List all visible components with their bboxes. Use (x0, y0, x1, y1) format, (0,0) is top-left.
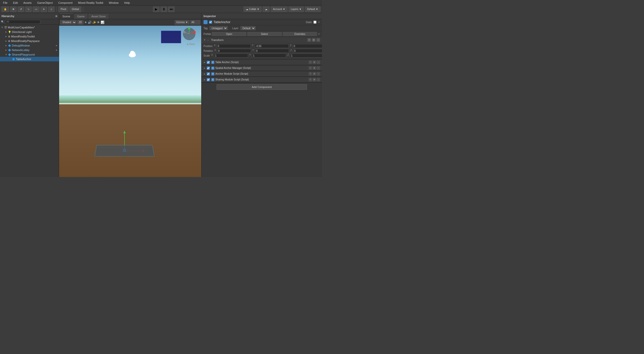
menu-help[interactable]: Help (123, 1, 131, 5)
transform-help-btn[interactable]: ? (307, 38, 311, 42)
sharing-module-script-header[interactable]: ► # Sharing Module Script (Script) ? ⚙ ⋮ (202, 77, 322, 82)
script0-active-checkbox[interactable] (207, 61, 210, 64)
pos-y-input[interactable] (255, 44, 289, 48)
custom-tool-btn[interactable]: ⊹ (48, 7, 55, 12)
script3-menu-btn[interactable]: ⋮ (317, 78, 320, 81)
tree-item-tableanchor[interactable]: 🔷 TableAnchor (0, 57, 59, 61)
script3-settings-btn[interactable]: ⚙ (313, 78, 316, 81)
hierarchy-search-input[interactable] (5, 20, 40, 24)
tree-item-mrtk[interactable]: ► ⚙ MixedRealityToolkit (0, 34, 59, 39)
rotation-label: Rotation (204, 50, 213, 52)
tree-item-sharedplayground[interactable]: ▼ 🔷 SharedPlayground (0, 52, 59, 57)
script1-menu-btn[interactable]: ⋮ (317, 66, 320, 70)
transform-settings-btn[interactable]: ⚙ (312, 38, 315, 42)
rot-x-input[interactable] (217, 49, 251, 53)
pos-z-input[interactable] (293, 44, 322, 48)
script0-help-btn[interactable]: ? (309, 61, 312, 64)
script1-active-checkbox[interactable] (207, 67, 210, 70)
gizmos-btn[interactable]: Gizmos ▼ (175, 20, 189, 25)
account-btn[interactable]: Account ▼ (271, 7, 288, 12)
2d-btn[interactable]: 2D (77, 20, 84, 25)
tree-item-mrplayspace[interactable]: ► ⚙ MixedRealityPlayspace (0, 39, 59, 43)
menu-mrtk[interactable]: Mixed Reality Toolkit (77, 1, 104, 5)
shading-select[interactable]: Shaded (60, 20, 76, 25)
tag-label: Tag (204, 27, 208, 30)
prefab-select-btn[interactable]: Select (247, 32, 282, 36)
script3-active-checkbox[interactable] (207, 78, 210, 81)
inspector-tag-row: Tag Untagged Layer Default (202, 25, 322, 31)
tree-item-multiusercapabilities[interactable]: ▼ 🎬 MultiUserCapabilities* (0, 25, 59, 30)
spatial-anchor-script-header[interactable]: ► # Spatial Anchor Manager (Script) ? ⚙ … (202, 65, 322, 71)
script2-active-checkbox[interactable] (207, 72, 210, 75)
cloud-btn[interactable]: ☁ (263, 7, 270, 12)
hand-tool-btn[interactable]: ✋ (2, 7, 9, 12)
tab-game[interactable]: Game (74, 13, 88, 19)
static-checkbox[interactable] (313, 21, 316, 24)
script2-help-btn[interactable]: ? (309, 72, 312, 75)
menu-gameobject[interactable]: GameObject (36, 1, 54, 5)
pause-btn[interactable]: ⏸ (160, 7, 167, 12)
script3-help-btn[interactable]: ? (309, 78, 312, 81)
main-layout: Hierarchy ≡ 🔍 ▼ 🎬 MultiUserCapabilities*… (0, 13, 322, 177)
add-component-btn[interactable]: Add Component (217, 84, 307, 90)
move-tool-btn[interactable]: ✥ (10, 7, 17, 12)
rect-tool-btn[interactable]: ▭ (33, 7, 39, 12)
static-dropdown-icon[interactable]: ▼ (318, 21, 320, 23)
global-btn[interactable]: Global (69, 7, 81, 12)
tag-select[interactable]: Untagged (210, 26, 228, 30)
transform-menu-btn[interactable]: ⋮ (316, 38, 320, 42)
rotate-tool-btn[interactable]: ↺ (18, 7, 24, 12)
layer-select[interactable]: Default (240, 26, 256, 30)
step-btn[interactable]: ⏭ (168, 7, 175, 12)
anchor-module-script-header[interactable]: ► # Anchor Module Script (Script) ? ⚙ ⋮ (202, 71, 322, 77)
menu-assets[interactable]: Assets (22, 1, 33, 5)
tree-label-directionallight: Directional Light (12, 30, 32, 33)
menu-edit[interactable]: Edit (12, 1, 19, 5)
scl-y-input[interactable] (252, 54, 286, 58)
tree-label-mrtk: MixedRealityToolkit (11, 35, 35, 38)
menu-window[interactable]: Window (108, 1, 119, 5)
collab-btn[interactable]: ☁ Collab ▼ (244, 7, 262, 12)
hidden-icon: 👁 (97, 21, 100, 24)
hierarchy-menu-icon[interactable]: ≡ (55, 14, 57, 18)
search-icon: 🔍 (1, 20, 4, 23)
tab-scene[interactable]: Scene (59, 13, 73, 19)
pos-x-input[interactable] (217, 44, 251, 48)
prefab-overrides-btn[interactable]: Overrides (283, 32, 317, 36)
tree-item-networklobby[interactable]: ► 🔷 NetworkLobby ► (0, 48, 59, 52)
scene-viewport[interactable]: X Y ◄ Back (59, 26, 201, 177)
scale-tool-btn[interactable]: ⤡ (25, 7, 32, 12)
transform-tool-btn[interactable]: ✦ (41, 7, 47, 12)
script1-settings-btn[interactable]: ⚙ (313, 66, 316, 70)
menu-component[interactable]: Component (57, 1, 73, 5)
scl-x-input[interactable] (214, 54, 248, 58)
pivot-btn[interactable]: Pivot (58, 7, 68, 12)
script1-help-btn[interactable]: ? (309, 66, 312, 70)
menu-file[interactable]: File (2, 1, 9, 5)
script3-name: Sharing Module Script (Script) (215, 78, 308, 81)
prefab-open-btn[interactable]: Open (212, 32, 246, 36)
tab-assetstore[interactable]: Asset Store (88, 13, 109, 19)
overrides-dropdown-icon[interactable]: ▼ (318, 33, 320, 35)
tree-item-directionallight[interactable]: ► 💡 Directional Light (0, 30, 59, 34)
transform-header[interactable]: ▼ ↔ Transform ? ⚙ ⋮ (202, 37, 322, 43)
table-anchor-script-header[interactable]: ► # Table Anchor (Script) ? ⚙ ⋮ (202, 60, 322, 65)
sharing-module-script-section: ► # Sharing Module Script (Script) ? ⚙ ⋮ (202, 77, 322, 83)
script2-settings-btn[interactable]: ⚙ (313, 72, 316, 75)
layers-btn[interactable]: Layers ▼ (289, 7, 304, 12)
scl-z-input[interactable] (290, 54, 322, 58)
rot-z-input[interactable] (293, 49, 322, 53)
game-preview-window (161, 31, 181, 43)
rotation-fields: X Y Z (214, 49, 322, 53)
tree-item-debugwindow[interactable]: ► 🔷 DebugWindow ► (0, 43, 59, 48)
script0-settings-btn[interactable]: ⚙ (313, 61, 316, 64)
rot-z-label: Z (290, 49, 292, 53)
default-layout-btn[interactable]: Default ▼ (305, 7, 320, 12)
back-label[interactable]: ◄ Back (186, 43, 195, 46)
object-active-checkbox[interactable] (209, 21, 212, 24)
rot-y-input[interactable] (255, 49, 289, 53)
script2-menu-btn[interactable]: ⋮ (317, 72, 320, 75)
script0-menu-btn[interactable]: ⋮ (317, 61, 320, 64)
gizmo-search[interactable] (190, 20, 200, 25)
play-btn[interactable]: ▶ (153, 7, 159, 12)
